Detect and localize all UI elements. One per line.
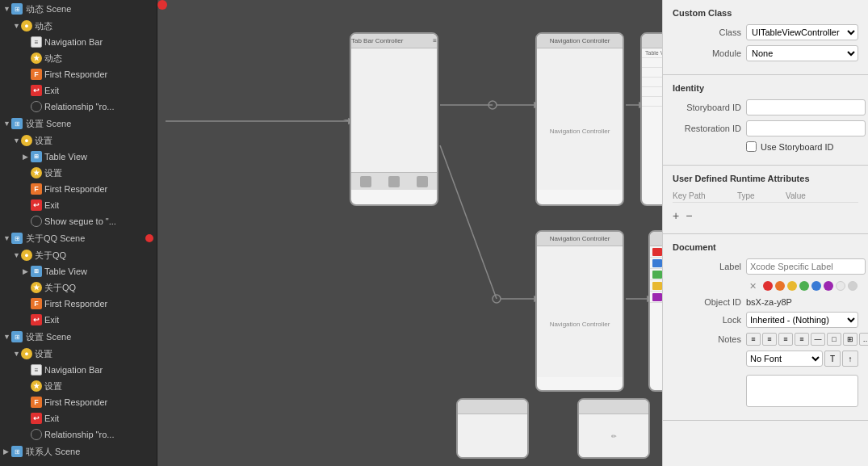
font-size-down[interactable]: ↑ [842, 351, 858, 367]
svg-line-15 [440, 145, 497, 299]
item-shezhi2-star-label: 设置 [44, 380, 62, 393]
item-aboutqq-star[interactable]: ★ 关于QQ [0, 279, 157, 296]
item-shezhi-label: 设置 [35, 135, 52, 147]
item-tableview-2[interactable]: ▶ ⊞ Table View [0, 263, 157, 279]
label-row: Label [673, 258, 858, 275]
bottom-node-2[interactable]: ✏ [577, 398, 650, 459]
item-relationship-2[interactable]: Relationship "ro... [0, 426, 157, 443]
item-relationship-1[interactable]: Relationship "ro... [0, 99, 157, 115]
yellow-circle-3: ● [21, 250, 32, 261]
nav-controller-2-node[interactable]: Navigation Controller Navigation Control… [535, 230, 624, 392]
color-dot-light1[interactable] [836, 281, 845, 291]
svg-text:⊞: ⊞ [15, 6, 20, 13]
color-dot-blue[interactable] [811, 281, 821, 291]
star-icon-4: ★ [31, 380, 42, 392]
color-row: ✕ [673, 279, 858, 292]
nav-ctrl-1-header: Navigation Controller [537, 34, 623, 48]
font-select-wrap: No Font T ↑ [746, 351, 858, 367]
color-dot-light2[interactable] [848, 281, 858, 291]
item-shezhi-star[interactable]: ★ 设置 [0, 165, 157, 181]
class-row: Class UITableViewController [673, 24, 858, 40]
use-storyboard-checkbox[interactable] [746, 141, 757, 152]
scene-aboutqq-label: 关于QQ Scene [26, 233, 85, 245]
scene-shezhi-2[interactable]: ▼ ⊞ 设置 Scene [0, 328, 157, 346]
scene-shezhi-1[interactable]: ▼ ⊞ 设置 Scene [0, 115, 157, 132]
storyboard-id-input[interactable] [746, 99, 866, 115]
item-firstresponder-3[interactable]: F First Responder [0, 296, 157, 312]
item-aboutqq-group[interactable]: ▼ ● 关于QQ [0, 247, 157, 263]
notes-justify[interactable]: ≡ [795, 333, 809, 346]
remove-attribute-button[interactable]: − [686, 209, 692, 222]
color-dot-yellow[interactable] [787, 281, 797, 291]
item-navbar-2[interactable]: ≡ Navigation Bar [0, 362, 157, 378]
color-dot-orange[interactable] [775, 281, 785, 291]
nav-controller-1-node[interactable]: Navigation Controller Navigation Control… [535, 32, 624, 206]
notes-align-right[interactable]: ≡ [778, 333, 793, 346]
class-select[interactable]: UITableViewController [746, 24, 858, 40]
red-exit-icon: ↩ [31, 85, 42, 96]
scene-icon-3: ⊞ [11, 233, 23, 244]
tab-bar-node[interactable]: Tab Bar Controller ≡ [350, 32, 438, 206]
color-dot-purple[interactable] [824, 281, 833, 291]
scene-contacts[interactable]: ▶ ⊞ 联系人 Scene [0, 443, 157, 460]
item-shezhi-star-label: 设置 [44, 167, 62, 179]
nav-ctrl-2-title: Navigation Controller [550, 235, 610, 242]
item-shezhi2-star[interactable]: ★ 设置 [0, 378, 157, 394]
item-tableview-1[interactable]: ▶ ⊞ Table View [0, 149, 157, 165]
item-exit-4[interactable]: ↩ Exit [0, 410, 157, 426]
item-firstresponder-1-label: First Responder [44, 69, 107, 79]
item-shezhi-group[interactable]: ▼ ● 设置 [0, 132, 157, 149]
object-id-row: Object ID bsX-za-y8P [673, 297, 858, 307]
item-exit-3[interactable]: ↩ Exit [0, 312, 157, 328]
item-navbar-1[interactable]: ≡ Navigation Bar [0, 34, 157, 50]
item-shezhi2-group[interactable]: ▼ ● 设置 [0, 346, 157, 362]
aboutqq-node[interactable]: 关于QQ QQ号码 版本信息 关于QQ [648, 230, 662, 392]
item-tableview-1-label: Table View [44, 152, 87, 162]
item-segue-1[interactable]: Show segue to "... [0, 213, 157, 229]
doc-label-input[interactable] [746, 258, 866, 275]
scene-shezhi-2-label: 设置 Scene [26, 331, 71, 343]
notes-textarea[interactable] [746, 375, 858, 407]
notes-box1[interactable]: □ [827, 333, 841, 346]
notes-align-center[interactable]: ≡ [762, 333, 777, 346]
color-dot-red[interactable] [763, 281, 773, 291]
tab-bar-header: Tab Bar Controller ≡ [351, 34, 437, 48]
scene-aboutqq[interactable]: ▼ ⊞ 关于QQ Scene [0, 229, 157, 247]
item-tableview-2-label: Table View [44, 267, 87, 276]
notes-box2[interactable]: ⊞ [843, 333, 858, 346]
lock-row: Lock Inherited - (Nothing) [673, 312, 858, 328]
item-dongtai-group[interactable]: ▼ ● 动态 [0, 18, 157, 34]
scene-dongtai-label: 动态 Scene [26, 3, 71, 15]
table-view-node[interactable]: Table View Table View [640, 32, 662, 206]
notes-more[interactable]: … [859, 333, 868, 346]
right-panel: Custom Class Class UITableViewController… [662, 0, 868, 466]
item-firstresponder-1[interactable]: F First Responder [0, 66, 157, 82]
red-exit-3: ↩ [31, 314, 42, 325]
star-icon: ★ [31, 52, 42, 64]
storyboard-id-row: Storyboard ID [673, 99, 858, 115]
color-dot-green[interactable] [799, 281, 809, 291]
red-exit-2: ↩ [31, 199, 42, 211]
error-marker [157, 0, 167, 10]
item-exit-1[interactable]: ↩ Exit [0, 82, 157, 99]
svg-point-16 [493, 295, 501, 303]
font-select[interactable]: No Font [746, 351, 823, 367]
lock-select[interactable]: Inherited - (Nothing) [746, 312, 858, 328]
notes-align-left[interactable]: ≡ [746, 333, 761, 346]
notes-dash[interactable]: — [811, 333, 825, 346]
restoration-id-input[interactable] [746, 120, 866, 136]
scene-contacts-label: 联系人 Scene [26, 446, 80, 458]
font-size-up[interactable]: T [824, 351, 841, 367]
clear-color-button[interactable]: ✕ [746, 279, 759, 292]
item-aboutqq-label: 关于QQ [35, 250, 66, 262]
item-firstresponder-2[interactable]: F First Responder [0, 181, 157, 197]
bottom-node-1[interactable] [456, 398, 529, 459]
add-attribute-button[interactable]: + [673, 209, 679, 222]
item-dongtai-star[interactable]: ★ 动态 [0, 50, 157, 66]
item-firstresponder-4[interactable]: F First Responder [0, 394, 157, 410]
scene-dongtai[interactable]: ▼ ⊞ 动态 Scene [0, 0, 157, 18]
font-row: No Font T ↑ [673, 351, 858, 367]
module-select[interactable]: None [746, 45, 858, 61]
item-exit-2[interactable]: ↩ Exit [0, 197, 157, 213]
identity-title: Identity [673, 83, 858, 93]
